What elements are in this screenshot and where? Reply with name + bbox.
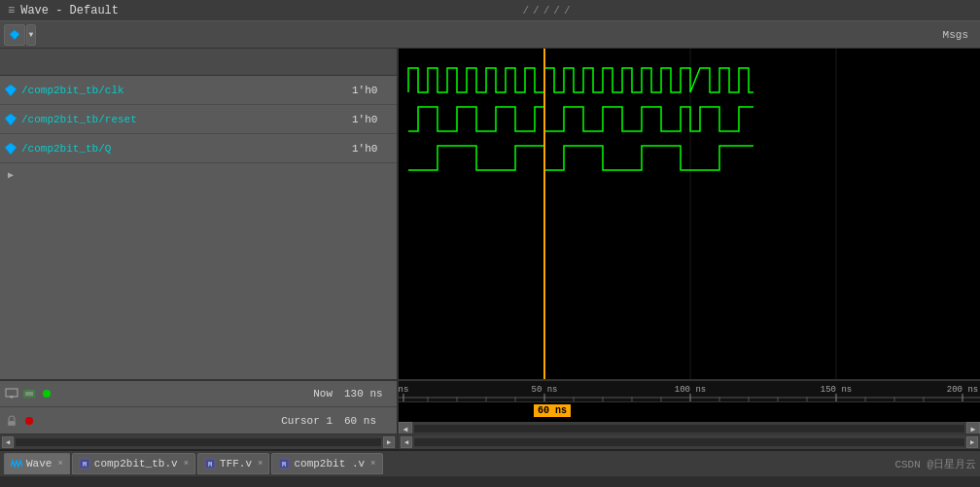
green-dot-icon xyxy=(39,386,54,401)
time-ruler-svg: ns 50 ns 100 ns 150 ns 200 ns xyxy=(399,381,980,401)
svg-text:50 ns: 50 ns xyxy=(531,385,557,395)
status-right: ns 50 ns 100 ns 150 ns 200 ns xyxy=(399,381,980,434)
cursor-time-row: 60 ns xyxy=(399,402,980,422)
list-icon xyxy=(21,386,37,401)
scroll-arrow-left[interactable]: ◀ xyxy=(2,436,14,448)
lock-icon xyxy=(4,413,19,429)
signal-expand-arrow[interactable]: ▶ xyxy=(0,163,397,187)
svg-text:100 ns: 100 ns xyxy=(675,385,706,395)
h-scrollbar[interactable]: ◀ ▶ xyxy=(399,422,980,434)
scroll-wave-left[interactable]: ◀ xyxy=(401,436,412,448)
title-bar-icon: ≡ xyxy=(8,4,15,17)
svg-marker-1 xyxy=(5,85,17,96)
tab-wave-close[interactable]: × xyxy=(57,459,62,469)
toolbar: ▼ Msgs xyxy=(0,21,980,49)
status-icons-row1 xyxy=(4,386,54,401)
waveform-svg xyxy=(399,49,980,379)
clk-waveform xyxy=(408,68,753,92)
cursor-label: Cursor 1 xyxy=(45,415,340,427)
taskbar-right-text: CSDN @日星月云 xyxy=(894,457,976,471)
scroll-wave-right[interactable]: ▶ xyxy=(966,436,978,448)
taskbar: Wave × M comp2bit_tb.v × M TFF.v × M xyxy=(0,449,980,476)
status-panel: Now 130 ns Cursor 1 60 ns xyxy=(0,379,980,434)
toolbar-gem-btn[interactable] xyxy=(4,24,25,46)
now-value: 130 ns xyxy=(344,388,393,400)
tab-m-icon-2: M xyxy=(204,458,216,470)
status-icons-row2 xyxy=(4,413,37,429)
tab-tff-close[interactable]: × xyxy=(258,459,262,469)
svg-text:M: M xyxy=(83,461,87,469)
svg-rect-8 xyxy=(6,389,18,397)
signal-value-reset: 1'h0 xyxy=(344,114,393,125)
scroll-left-arrow[interactable]: ◀ xyxy=(399,422,412,434)
tab-comp2bit-tb[interactable]: M comp2bit_tb.v × xyxy=(72,453,195,474)
cursor-time-box: 60 ns xyxy=(534,404,571,417)
cursor-value: 60 ns xyxy=(344,415,393,427)
signal-name-q: /comp2bit_tb/Q xyxy=(21,143,344,155)
svg-text:200 ns: 200 ns xyxy=(947,385,978,395)
tab-comp2bit-tb-label: comp2bit_tb.v xyxy=(94,458,178,470)
status-row1: Now 130 ns xyxy=(0,381,397,407)
monitor-icon xyxy=(4,386,19,401)
signal-icon-clk xyxy=(4,84,18,97)
toolbar-msgs-label: Msgs xyxy=(943,29,976,41)
signal-list: /comp2bit_tb/clk 1'h0 /comp2bit_tb/reset… xyxy=(0,76,397,379)
svg-marker-3 xyxy=(5,143,17,155)
scroll-right-arrow[interactable]: ▶ xyxy=(966,422,980,434)
signal-value-clk: 1'h0 xyxy=(344,85,393,96)
signal-header xyxy=(0,49,397,76)
now-label: Now xyxy=(62,388,340,400)
wave-panel[interactable] xyxy=(399,49,980,379)
red-dot-icon xyxy=(21,413,37,429)
time-ruler: ns 50 ns 100 ns 150 ns 200 ns xyxy=(399,381,980,402)
title-bar: ≡ Wave - Default ///// xyxy=(0,0,980,21)
tab-m-icon-1: M xyxy=(79,458,90,470)
signal-scroll-controls: ◀ ▶ xyxy=(0,435,399,449)
signal-row-reset[interactable]: /comp2bit_tb/reset 1'h0 xyxy=(0,105,397,134)
tab-comp2bit-close[interactable]: × xyxy=(370,459,375,469)
toolbar-gem-group: ▼ xyxy=(4,24,36,46)
reset-waveform xyxy=(408,107,753,131)
status-row2: Cursor 1 60 ns xyxy=(0,407,397,434)
svg-marker-0 xyxy=(10,30,19,40)
signal-name-clk: /comp2bit_tb/clk xyxy=(21,85,344,96)
scroll-track-wave[interactable] xyxy=(414,438,964,446)
tab-comp2bit-label: comp2bit .v xyxy=(294,458,365,470)
main-area: /comp2bit_tb/clk 1'h0 /comp2bit_tb/reset… xyxy=(0,49,980,379)
svg-text:M: M xyxy=(282,461,286,469)
svg-text:ns: ns xyxy=(399,385,408,395)
tab-tff-label: TFF.v xyxy=(220,458,252,470)
title-bar-text: Wave - Default xyxy=(20,4,119,17)
svg-point-14 xyxy=(43,390,51,398)
svg-rect-15 xyxy=(8,421,16,426)
scroll-track[interactable] xyxy=(414,425,964,433)
signal-row-q[interactable]: /comp2bit_tb/Q 1'h0 xyxy=(0,134,397,163)
svg-marker-2 xyxy=(5,114,17,125)
svg-text:150 ns: 150 ns xyxy=(821,385,852,395)
signal-icon-q xyxy=(4,142,18,156)
signal-icon-reset xyxy=(4,113,18,126)
tab-m-icon-3: M xyxy=(278,458,290,470)
tab-comp2bit-tb-close[interactable]: × xyxy=(184,459,189,469)
tab-wave-label: Wave xyxy=(26,458,52,470)
toolbar-dropdown-arrow[interactable]: ▼ xyxy=(26,24,36,46)
svg-rect-11 xyxy=(23,390,35,398)
status-left: Now 130 ns Cursor 1 60 ns xyxy=(0,381,399,434)
signal-row-clk[interactable]: /comp2bit_tb/clk 1'h0 xyxy=(0,76,397,105)
q-waveform xyxy=(408,146,753,170)
signal-name-reset: /comp2bit_tb/reset xyxy=(21,114,344,125)
tab-tff[interactable]: M TFF.v × xyxy=(197,453,269,474)
title-bar-drag: ///// xyxy=(124,5,972,17)
signal-value-q: 1'h0 xyxy=(344,143,393,155)
tab-comp2bit[interactable]: M comp2bit .v × xyxy=(271,453,382,474)
bottom-scrollbar-row: ◀ ▶ ◀ ▶ xyxy=(0,434,980,449)
tab-wave[interactable]: Wave × xyxy=(4,453,70,474)
tab-wave-icon xyxy=(11,458,22,470)
scroll-arrow-right[interactable]: ▶ xyxy=(383,436,395,448)
signal-panel: /comp2bit_tb/clk 1'h0 /comp2bit_tb/reset… xyxy=(0,49,399,379)
svg-point-16 xyxy=(25,417,33,425)
svg-text:M: M xyxy=(208,461,212,469)
scroll-track-signal[interactable] xyxy=(16,438,381,446)
wave-scroll-controls: ◀ ▶ xyxy=(399,435,980,449)
